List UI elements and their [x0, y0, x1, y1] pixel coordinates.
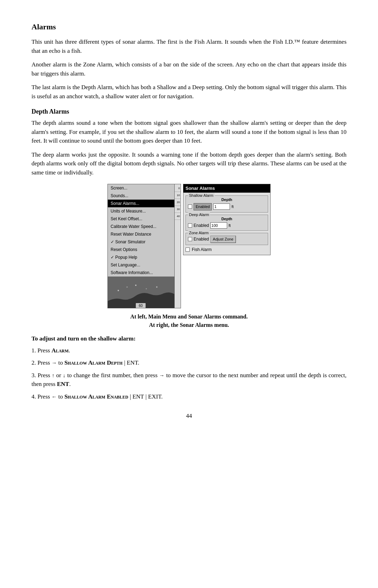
menu-items-area: Screen... Sounds... Sonar Alarms... Unit…: [108, 184, 174, 308]
menu-item-reset-water: Reset Water Distance: [108, 230, 174, 238]
figure-container: Screen... Sounds... Sonar Alarms... Unit…: [31, 184, 346, 308]
alarms-title-bar: Sonar Alarms: [183, 184, 270, 193]
svg-point-4: [146, 288, 147, 289]
svg-text:60: 60: [139, 304, 143, 308]
depth-alarm-para-2: The deep alarm works just the opposite. …: [31, 150, 346, 177]
shallow-enabled-button[interactable]: Enabled: [194, 203, 212, 210]
ruler-tick-40: 40: [175, 213, 181, 220]
deep-depth-input[interactable]: 100: [210, 222, 227, 229]
fish-alarm-checkbox[interactable]: [186, 248, 190, 252]
shallow-alarm-section: Shallow Alarm Depth Enabled 1 ft: [186, 195, 268, 213]
intro-para-1: This unit has three different types of s…: [31, 37, 346, 55]
step-1-number: 1. Press: [31, 347, 51, 354]
instruction-step-3: 3. Press ↑ or ↓ to change the first numb…: [31, 371, 346, 389]
menu-with-ruler: Screen... Sounds... Sonar Alarms... Unit…: [108, 184, 181, 308]
svg-point-3: [135, 285, 136, 286]
depth-ruler: 0 10 20 30 40: [174, 184, 181, 308]
zone-enabled-text: Enabled: [194, 236, 209, 242]
instruction-step-2: 2. Press → to Shallow Alarm Depth | ENT.: [31, 358, 346, 367]
left-menu-panel: Screen... Sounds... Sonar Alarms... Unit…: [107, 184, 181, 308]
menu-item-sonar-sim: ✓ Sonar Simulator: [108, 238, 174, 246]
shallow-unit-label: ft: [231, 204, 233, 210]
fish-alarm-label: Fish Alarm: [192, 246, 212, 253]
depth-alarms-heading: Depth Alarms: [31, 107, 346, 116]
menu-item-software-info: Software Information...: [108, 269, 174, 277]
instruction-step-4: 4. Press ← to Shallow Alarm Enabled | EN…: [31, 392, 346, 401]
step-4-text: 4. Press ← to Shallow Alarm Enabled | EN…: [31, 393, 163, 400]
deep-enabled-text: Enabled: [194, 222, 209, 229]
shallow-alarm-checkbox[interactable]: [188, 205, 192, 209]
figure-caption-line1: At left, Main Menu and Sonar Alarms comm…: [130, 314, 247, 320]
figure-inner: Screen... Sounds... Sonar Alarms... Unit…: [107, 184, 271, 308]
menu-item-sonar-alarms: Sonar Alarms...: [108, 200, 174, 207]
sonar-wave-svg: 60: [108, 277, 174, 308]
zone-adjust-button[interactable]: Adjust Zone: [210, 236, 236, 243]
menu-item-sounds: Sounds...: [108, 192, 174, 200]
menu-item-calibrate: Calibrate Water Speed...: [108, 223, 174, 230]
shallow-alarm-input-row: Enabled 1 ft: [188, 203, 266, 210]
menu-item-screen: Screen...: [108, 184, 174, 192]
menu-item-set-language: Set Language...: [108, 261, 174, 269]
ruler-tick-30: 30: [175, 206, 181, 213]
deep-alarm-section: Deep Alarm Depth Enabled 100 ft: [186, 215, 268, 231]
menu-item-units: Units of Measure...: [108, 207, 174, 215]
deep-unit-label: ft: [229, 223, 231, 229]
deep-alarm-input-row: Enabled 100 ft: [188, 222, 266, 229]
page-title: Alarms: [31, 21, 346, 33]
instruction-heading: To adjust and turn on the shallow alarm:: [31, 334, 346, 343]
zone-alarm-label: Zone Alarm: [188, 230, 210, 236]
step-1-period: .: [69, 347, 70, 354]
instruction-step-1: 1. Press Alarm.: [31, 346, 346, 355]
ruler-tick-20: 20: [175, 199, 181, 206]
svg-point-1: [118, 290, 119, 291]
menu-item-reset-options: Reset Options: [108, 246, 174, 253]
deep-alarm-checkbox[interactable]: [188, 223, 192, 228]
menu-item-keel: Set Keel Offset...: [108, 215, 174, 223]
sonar-display: 60: [108, 277, 174, 308]
deep-alarm-label: Deep Alarm: [188, 212, 210, 218]
step-3-ent: ENT: [57, 381, 69, 387]
svg-point-2: [127, 287, 128, 288]
step-1-alarm: Alarm: [51, 347, 69, 354]
ruler-tick-10: 10: [175, 192, 181, 199]
zone-alarm-section: Zone Alarm Enabled Adjust Zone: [186, 233, 268, 245]
intro-para-2: Another alarm is the Zone Alarm, which c…: [31, 60, 346, 78]
step-2-text: 2. Press → to Shallow Alarm Depth | ENT.: [31, 359, 139, 366]
figure-caption-line2: At right, the Sonar Alarms menu.: [149, 322, 229, 328]
intro-para-3: The last alarm is the Depth Alarm, which…: [31, 83, 346, 101]
instructions-section: To adjust and turn on the shallow alarm:…: [31, 334, 346, 401]
fish-alarm-row: Fish Alarm: [186, 246, 268, 253]
right-alarms-panel: Sonar Alarms Shallow Alarm Depth Enabled…: [183, 184, 271, 255]
depth-alarm-para-1: The depth alarms sound a tone when the b…: [31, 119, 346, 145]
ruler-tick-0: 0: [175, 185, 181, 192]
figure-caption: At left, Main Menu and Sonar Alarms comm…: [31, 313, 346, 329]
ruler-tick-50: [175, 220, 181, 227]
zone-alarm-input-row: Enabled Adjust Zone: [188, 236, 266, 243]
menu-item-popup-help: ✓ Popup Help: [108, 253, 174, 261]
shallow-alarm-label: Shallow Alarm: [188, 193, 215, 199]
zone-alarm-checkbox[interactable]: [188, 237, 192, 241]
svg-point-5: [156, 286, 158, 288]
page-number: 44: [31, 411, 346, 421]
shallow-depth-input[interactable]: 1: [213, 203, 230, 210]
